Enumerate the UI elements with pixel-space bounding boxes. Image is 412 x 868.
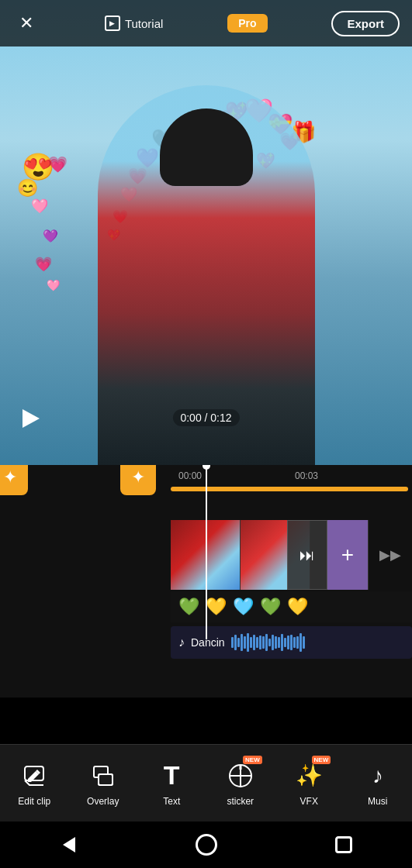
wbar — [262, 636, 265, 649]
edit-clip-tool[interactable]: Edit clip — [7, 760, 61, 807]
export-button[interactable]: Export — [331, 11, 400, 36]
wbar — [275, 636, 277, 649]
sticker-tool[interactable]: NEW sticker — [213, 760, 268, 807]
pro-badge[interactable]: Pro — [227, 14, 267, 33]
overlay-icon-container — [88, 760, 119, 791]
music-title: Dancin — [191, 636, 225, 649]
music-note-icon: ♪ — [178, 636, 185, 649]
strip-emoji-1: 💚 — [178, 597, 199, 617]
sparkle-icon-1: ✦ — [3, 467, 17, 487]
wbar — [237, 638, 240, 647]
wbar — [250, 637, 252, 648]
home-button[interactable] — [191, 829, 222, 860]
edit-clip-icon-container — [19, 760, 50, 791]
navigation-bar — [0, 822, 412, 868]
forward-icon: ▶▶ — [379, 546, 401, 563]
strip-emoji-2: 💛 — [206, 597, 227, 617]
tutorial-icon: ▶ — [105, 16, 120, 31]
emoji-heart-bottom-left: 💗 — [35, 256, 52, 273]
forward-button[interactable]: ▶▶ — [368, 520, 412, 590]
close-button[interactable]: ✕ — [12, 9, 40, 37]
wbar — [272, 635, 274, 649]
sticker-new-badge: NEW — [243, 756, 262, 764]
playhead[interactable] — [206, 465, 207, 639]
wbar — [299, 633, 302, 652]
music-label: Musi — [368, 796, 387, 807]
plus-icon: + — [341, 542, 354, 567]
vfx-label: VFX — [300, 796, 318, 807]
music-icon-container: ♪ — [362, 760, 393, 791]
emoji-tiny-left: 🩷 — [47, 279, 60, 291]
tutorial-button[interactable]: ▶ Tutorial — [105, 16, 163, 31]
emoji-heart-left: 💗 — [48, 155, 68, 174]
emoji-smiley: 😊 — [17, 178, 38, 198]
wbar — [256, 637, 258, 647]
back-button[interactable] — [54, 829, 85, 860]
overlay-icon — [91, 763, 116, 788]
svg-rect-2 — [99, 774, 113, 785]
wbar — [247, 633, 249, 652]
edit-clip-icon — [22, 763, 47, 788]
ruler-marker-0: 00:00 — [178, 470, 202, 481]
sticker-icon-container: NEW — [225, 760, 256, 791]
wbar — [231, 637, 234, 648]
sticker-icon — [227, 762, 254, 790]
add-clip-button[interactable]: + — [327, 520, 368, 590]
bottom-toolbar: Edit clip Overlay T Text NEW — [0, 744, 412, 822]
wbar — [268, 639, 271, 647]
wbar — [284, 638, 286, 647]
music-tool[interactable]: ♪ Musi — [351, 760, 405, 807]
time-display: 0:00 / 0:12 — [172, 409, 239, 426]
sparkle-icon-2: ✦ — [131, 467, 145, 487]
video-background: 💙 💗 💖 🩷 💝 💗 💖 🖤 💜 💗 🩷 💗 💖 😍 😊 💗 🩷 💜 💗 🩷 … — [0, 0, 412, 465]
wbar — [265, 634, 268, 651]
close-icon[interactable]: ✕ — [19, 13, 33, 33]
vfx-new-badge: NEW — [312, 756, 331, 764]
play-button[interactable] — [16, 403, 47, 434]
wbar — [241, 634, 243, 651]
vfx-sparkle-icon: ✨ — [296, 763, 323, 788]
wbar — [244, 636, 246, 649]
wbar — [290, 635, 293, 650]
strip-emoji-4: 💚 — [260, 597, 281, 617]
ruler-marker-3: 00:03 — [295, 470, 318, 481]
wbar — [287, 636, 289, 649]
skip-button[interactable]: ⏭ — [287, 520, 327, 590]
recents-button[interactable] — [328, 829, 359, 860]
music-note-tool-icon: ♪ — [372, 763, 383, 788]
recents-icon — [335, 836, 352, 853]
text-icon-container: T — [156, 760, 187, 791]
text-tool[interactable]: T Text — [144, 760, 199, 807]
wbar — [259, 636, 261, 649]
wbar — [281, 634, 283, 652]
tutorial-label: Tutorial — [125, 17, 163, 30]
wbar — [296, 636, 299, 649]
wbar — [278, 637, 280, 648]
wbar — [253, 635, 255, 650]
play-icon — [23, 409, 40, 428]
vfx-tool[interactable]: ✨ NEW VFX — [282, 760, 336, 807]
skip-forward-icon: ⏭ — [299, 546, 315, 564]
timeline: 00:00 00:03 ✦ ✦ ⏭ + ▶▶ 💚 💛 🩵 — [0, 465, 412, 698]
back-icon — [63, 837, 75, 852]
sticker-label: sticker — [227, 796, 254, 807]
text-icon: T — [164, 760, 180, 790]
strip-emoji-3: 🩵 — [233, 597, 254, 617]
wbar — [293, 637, 296, 647]
text-label: Text — [163, 796, 180, 807]
emoji-pink-left: 🩷 — [31, 198, 48, 215]
wbar — [234, 635, 237, 649]
strip-emoji-5: 💛 — [287, 597, 308, 617]
video-preview: 💙 💗 💖 🩷 💝 💗 💖 🖤 💜 💗 🩷 💗 💖 😍 😊 💗 🩷 💜 💗 🩷 … — [0, 0, 412, 465]
edit-clip-label: Edit clip — [18, 796, 50, 807]
wbar — [303, 636, 305, 649]
overlay-tool[interactable]: Overlay — [76, 760, 130, 807]
header: ✕ ▶ Tutorial Pro Export — [0, 0, 412, 46]
music-waveform — [231, 633, 404, 652]
home-icon — [196, 834, 217, 856]
vfx-icon-container: ✨ NEW — [293, 760, 324, 791]
overlay-label: Overlay — [87, 796, 119, 807]
waveform-bars — [231, 633, 404, 652]
emoji-purple-left: 💜 — [43, 229, 58, 243]
